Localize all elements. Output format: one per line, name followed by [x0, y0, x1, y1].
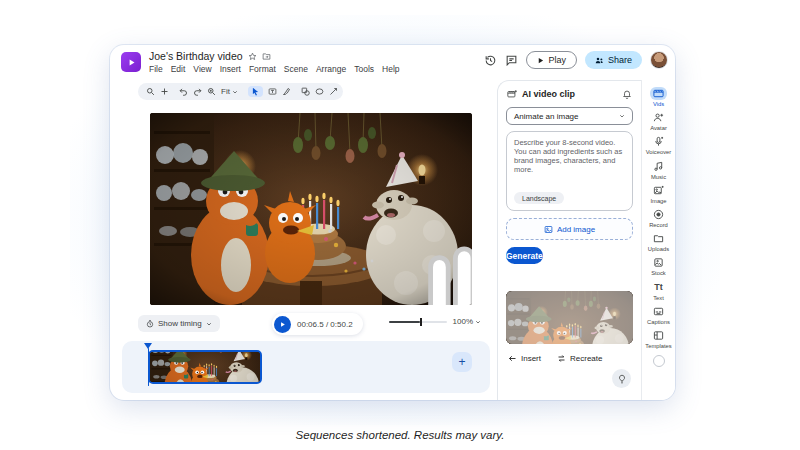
add-icon[interactable] — [160, 87, 169, 96]
zoom-control: 100% — [389, 317, 481, 326]
timeline-play-button[interactable] — [274, 316, 291, 333]
menu-tools[interactable]: Tools — [354, 64, 374, 74]
recreate-button[interactable]: Recreate — [557, 354, 602, 363]
menu-help[interactable]: Help — [382, 64, 399, 74]
play-button-label: Play — [548, 55, 566, 65]
captions-icon — [653, 306, 664, 317]
account-avatar[interactable] — [650, 51, 668, 69]
vids-logo[interactable] — [121, 52, 141, 72]
document-title[interactable]: Joe's Birthday video — [149, 50, 243, 62]
menu-scene[interactable]: Scene — [284, 64, 308, 74]
tips-button[interactable] — [612, 369, 631, 388]
generated-clip-thumbnail[interactable] — [506, 291, 633, 344]
move-folder-icon[interactable] — [262, 52, 271, 61]
timeline-clip[interactable] — [148, 350, 262, 384]
share-button[interactable]: Share — [585, 51, 642, 69]
sidebar-item-avatar[interactable]: Avatar — [642, 111, 675, 131]
pen-tool-icon[interactable] — [282, 87, 291, 96]
menu-format[interactable]: Format — [249, 64, 276, 74]
play-button[interactable]: Play — [526, 51, 577, 69]
record-icon — [653, 209, 664, 220]
tools-sidebar: Vids Avatar Voiceover Music Image Record — [641, 80, 675, 400]
menu-arrange[interactable]: Arrange — [316, 64, 346, 74]
image-icon — [544, 225, 553, 234]
hand-cursor-icon — [308, 224, 472, 305]
aspect-ratio-chip[interactable]: Landscape — [514, 192, 564, 204]
app-window: Joe's Birthday video File Edit View Inse… — [110, 45, 675, 400]
chevron-down-icon — [475, 319, 481, 325]
share-button-label: Share — [608, 55, 632, 65]
text-icon: Tt — [654, 282, 663, 292]
zoom-level-dropdown[interactable]: 100% — [453, 317, 481, 326]
ai-prompt-input[interactable] — [507, 132, 632, 184]
toolbar: Fit — [138, 83, 343, 100]
sidebar-item-record[interactable]: Record — [642, 208, 675, 228]
add-scene-button[interactable]: + — [452, 352, 472, 372]
movie-clip-icon — [507, 89, 517, 99]
ai-mode-select[interactable]: Animate an image — [506, 107, 633, 125]
timeline-clip-thumbnail — [150, 352, 260, 382]
line-tool-icon[interactable] — [329, 87, 338, 96]
sidebar-item-voiceover[interactable]: Voiceover — [642, 135, 675, 155]
timeline[interactable]: + — [122, 341, 490, 393]
textbox-tool-icon[interactable] — [268, 87, 277, 96]
arrow-left-icon — [508, 354, 517, 363]
ai-mode-value: Animate an image — [514, 112, 578, 121]
menu-file[interactable]: File — [149, 64, 163, 74]
thumbnail-fade-overlay — [506, 291, 633, 344]
search-icon[interactable] — [146, 87, 155, 96]
generate-button[interactable]: Generate — [506, 247, 543, 264]
sidebar-item-music[interactable]: Music — [642, 160, 675, 180]
menu-edit[interactable]: Edit — [171, 64, 186, 74]
mic-sparkle-icon — [653, 136, 664, 147]
player-controls: Show timing 00:06.5 / 0:50.2 100% — [110, 313, 497, 337]
person-add-icon — [653, 112, 664, 123]
help-icon[interactable] — [653, 355, 665, 367]
ai-prompt-card: Landscape — [506, 131, 633, 211]
circle-tool-icon[interactable] — [315, 87, 324, 96]
video-frame[interactable] — [150, 113, 472, 305]
image-sparkle-icon — [653, 185, 664, 196]
insert-button[interactable]: Insert — [508, 354, 541, 363]
redo-icon[interactable] — [193, 87, 202, 96]
add-image-label: Add image — [557, 225, 595, 234]
show-timing-label: Show timing — [158, 319, 202, 328]
shapes-tool-icon[interactable] — [301, 87, 310, 96]
app-header: Joe's Birthday video File Edit View Inse… — [110, 45, 675, 81]
zoom-slider[interactable] — [389, 321, 447, 323]
bell-icon[interactable] — [622, 89, 632, 99]
zoom-icon[interactable] — [207, 87, 216, 96]
people-icon — [595, 56, 604, 65]
stock-media-icon — [653, 257, 664, 268]
sidebar-item-image[interactable]: Image — [642, 184, 675, 204]
ai-video-clip-panel: AI video clip Animate an image Landscape… — [497, 80, 641, 400]
menu-insert[interactable]: Insert — [220, 64, 241, 74]
folder-icon — [653, 233, 664, 244]
fit-dropdown[interactable]: Fit — [221, 87, 238, 96]
version-history-icon[interactable] — [484, 54, 497, 67]
sidebar-item-captions[interactable]: Captions — [642, 305, 675, 325]
zoom-slider-thumb[interactable] — [420, 318, 422, 326]
menu-view[interactable]: View — [193, 64, 211, 74]
chevron-down-icon — [206, 321, 212, 327]
sidebar-item-stock[interactable]: Stock — [642, 256, 675, 276]
sidebar-item-vids[interactable]: Vids — [642, 87, 675, 107]
sidebar-item-uploads[interactable]: Uploads — [642, 232, 675, 252]
chevron-down-icon — [232, 89, 238, 95]
editor-canvas — [110, 100, 497, 340]
comment-icon[interactable] — [505, 54, 518, 67]
sidebar-item-templates[interactable]: Templates — [642, 329, 675, 349]
sidebar-item-text[interactable]: Tt Text — [642, 281, 675, 301]
playback-pill: 00:06.5 / 0:50.2 — [272, 313, 363, 335]
show-timing-dropdown[interactable]: Show timing — [138, 315, 220, 332]
recreate-label: Recreate — [570, 354, 602, 363]
play-icon — [537, 57, 544, 64]
insert-label: Insert — [521, 354, 541, 363]
undo-icon[interactable] — [179, 87, 188, 96]
add-image-button[interactable]: Add image — [506, 218, 633, 240]
page: Joe's Birthday video File Edit View Inse… — [0, 0, 800, 450]
select-tool-icon[interactable] — [248, 86, 263, 97]
zoom-level-value: 100% — [453, 317, 473, 326]
star-icon[interactable] — [248, 52, 257, 61]
zoom-slider-fill — [389, 321, 421, 323]
